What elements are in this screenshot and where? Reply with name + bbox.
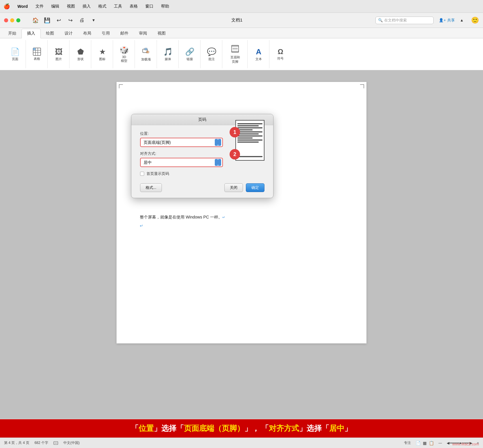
link-icon: 🔗	[185, 47, 194, 56]
tab-references[interactable]: 引用	[96, 29, 115, 38]
document-page: 下载并安装 Windows 10 或选择现有的 Windows、Linux、 页…	[117, 82, 366, 343]
annotation-highlight-position-value: 页面底端（页脚）	[184, 424, 244, 433]
annotation-highlight-alignment: 对齐方式	[269, 424, 299, 433]
ribbon-group-symbol: Ω 符号	[270, 40, 291, 68]
status-track-changes	[53, 441, 58, 445]
3d-label: 3D模型	[121, 55, 127, 63]
ribbon-btn-icon[interactable]: ★ 图标	[96, 46, 109, 62]
tab-start[interactable]: 开始	[3, 29, 22, 38]
ribbon-group-page: 📄 页面	[5, 40, 26, 68]
first-page-checkbox-row: 首页显示页码	[140, 171, 264, 176]
table-icon	[33, 47, 41, 56]
tab-draw[interactable]: 绘图	[41, 29, 59, 38]
menu-item-tools[interactable]: 工具	[113, 3, 123, 10]
status-pages: 第 4 页，共 4 页	[4, 440, 29, 445]
tab-layout[interactable]: 布局	[78, 29, 96, 38]
image-icon: 🖼	[55, 47, 62, 56]
menu-item-table[interactable]: 表格	[128, 3, 139, 10]
header-footer-icon	[231, 45, 239, 55]
ribbon-btn-media[interactable]: 🎵 媒体	[162, 46, 174, 62]
icons-label: 图标	[99, 57, 105, 61]
ribbon-btn-link[interactable]: 🔗 链接	[183, 46, 196, 62]
menu-item-edit[interactable]: 编辑	[50, 3, 60, 10]
menu-item-insert[interactable]: 插入	[81, 3, 92, 10]
ribbon-btn-text[interactable]: A 文本	[252, 46, 265, 62]
print-icon[interactable]: 🖨	[77, 16, 87, 25]
smiley-icon[interactable]: 🙂	[471, 17, 479, 24]
tab-design[interactable]: 设计	[59, 29, 78, 38]
ribbon-btn-symbol[interactable]: Ω 符号	[274, 46, 287, 62]
position-select[interactable]: 页面底端(页脚) 页面顶端(页眉) 页面边距 当前位置	[140, 138, 223, 147]
svg-rect-7	[144, 48, 147, 50]
more-icon[interactable]: ▼	[89, 16, 98, 25]
status-focus[interactable]: 专注	[404, 440, 411, 445]
first-page-checkbox[interactable]	[140, 172, 144, 176]
share-button[interactable]: 👤+ 共享	[439, 18, 455, 23]
watermark: www.MacZ.com	[452, 442, 479, 446]
annotation-bar: 「位置」选择「页面底端（页脚）」， 「对齐方式」选择「居中」	[0, 419, 483, 438]
view-icon-2[interactable]: ▦	[423, 441, 427, 445]
ribbon-group-text: A 文本	[248, 40, 269, 68]
maximize-button[interactable]	[16, 18, 20, 22]
ribbon-btn-comment[interactable]: 💬 批注	[205, 46, 218, 62]
traffic-lights	[4, 18, 20, 22]
annotation-highlight-position: 位置	[139, 424, 154, 433]
preview-bottom-line	[237, 156, 262, 157]
tab-mail[interactable]: 邮件	[115, 29, 134, 38]
ok-button[interactable]: 确定	[246, 183, 264, 192]
ribbon-group-shape: ⬟ 形状	[70, 40, 91, 68]
media-icon: 🎵	[163, 47, 173, 56]
ribbon-btn-image[interactable]: 🖼 图片	[52, 46, 65, 62]
badge-2-label: 2	[233, 151, 236, 157]
menu-item-window[interactable]: 窗口	[144, 3, 155, 10]
svg-rect-5	[33, 48, 35, 50]
alignment-select-wrapper: 居中 左对齐 右对齐 内侧 外侧 ⌃⌄	[140, 158, 223, 167]
view-icon-3[interactable]: 📋	[429, 441, 434, 445]
ribbon-btn-table[interactable]: 表格	[31, 46, 43, 62]
collapse-icon[interactable]: ▲	[457, 16, 466, 25]
apple-menu-icon[interactable]: 🍎	[3, 3, 10, 10]
doc-paragraph-mark: ↵	[140, 223, 343, 228]
tab-insert[interactable]: 插入	[22, 29, 41, 38]
view-icon-1[interactable]: 📄	[416, 441, 421, 445]
customize-icon[interactable]: ↪	[66, 16, 75, 25]
media-label: 媒体	[165, 57, 171, 61]
image-label: 图片	[56, 57, 62, 61]
home-icon[interactable]: 🏠	[31, 16, 40, 25]
ribbon-btn-shape[interactable]: ⬟ 形状	[74, 46, 87, 62]
menu-item-view[interactable]: 视图	[66, 3, 76, 10]
ribbon-btn-addins[interactable]: 加载项	[139, 46, 153, 63]
alignment-select[interactable]: 居中 左对齐 右对齐 内侧 外侧	[140, 158, 223, 167]
ribbon-btn-3d[interactable]: 🎲 3D模型	[118, 44, 130, 64]
app-name[interactable]: Word	[16, 3, 29, 9]
search-box[interactable]: 🔍 在文档中搜索	[375, 17, 434, 24]
addins-icon	[142, 47, 150, 57]
svg-rect-11	[232, 51, 239, 52]
search-placeholder: 在文档中搜索	[384, 18, 407, 23]
menu-item-help[interactable]: 帮助	[160, 3, 170, 10]
dialog-buttons: 格式... 关闭 确定	[140, 182, 264, 192]
ribbon-tabs: 开始 插入 绘图 设计 布局 引用 邮件 审阅 视图	[0, 28, 483, 38]
badge-1: 1	[230, 127, 240, 137]
close-button[interactable]: 关闭	[224, 183, 243, 192]
ribbon-btn-header-footer[interactable]: 页眉和页脚	[227, 44, 243, 65]
preview-line-10	[237, 141, 259, 143]
share-icon: 👤+	[439, 18, 446, 22]
ribbon-group-link: 🔗 链接	[179, 40, 201, 68]
preview-line-8	[237, 137, 253, 139]
preview-line-1	[237, 123, 262, 124]
minimize-button[interactable]	[10, 18, 14, 22]
tab-review[interactable]: 审阅	[134, 29, 152, 38]
shape-label: 形状	[77, 57, 84, 61]
save-icon[interactable]: 💾	[42, 16, 52, 25]
icons-icon: ★	[99, 47, 106, 56]
format-button[interactable]: 格式...	[140, 183, 162, 192]
close-button[interactable]	[4, 18, 8, 22]
ribbon-group-3d: 🎲 3D模型	[114, 40, 135, 68]
tab-view[interactable]: 视图	[152, 29, 171, 38]
menu-item-format[interactable]: 格式	[97, 3, 108, 10]
ribbon-btn-page[interactable]: 📄 页面	[9, 46, 22, 62]
preview-line-6	[237, 133, 259, 135]
undo-icon[interactable]: ↩	[54, 16, 63, 25]
menu-item-file[interactable]: 文件	[34, 3, 45, 10]
